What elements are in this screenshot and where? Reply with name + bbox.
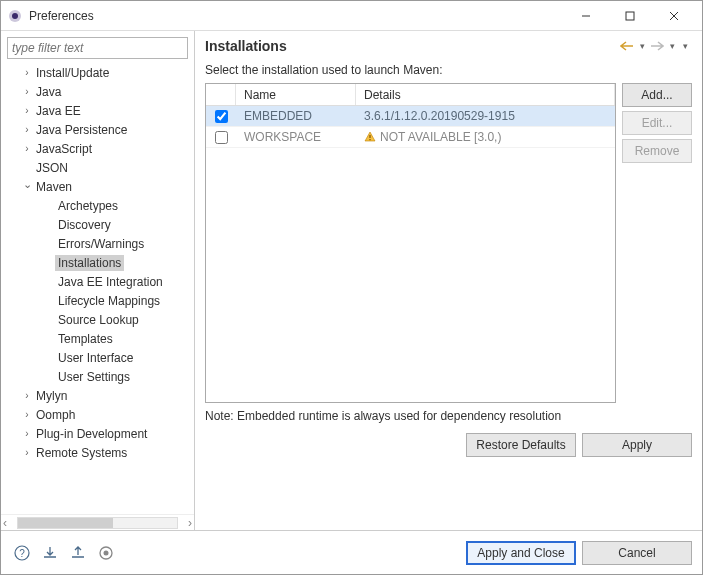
import-icon[interactable] [39,542,61,564]
svg-text:?: ? [19,548,25,559]
nav-forward-icon[interactable] [648,37,666,55]
row-checkbox-cell [206,110,236,123]
horizontal-scrollbar[interactable]: ‹ › [1,514,194,530]
tree-item-install-update[interactable]: ›Install/Update [1,63,194,82]
svg-rect-3 [626,12,634,20]
tree-item-source-lookup[interactable]: Source Lookup [1,310,194,329]
dialog-footer: ? Apply and Close Cancel [1,530,702,574]
dialog-body: ›Install/Update›Java›Java EE›Java Persis… [1,31,702,574]
column-name[interactable]: Name [236,84,356,105]
tree-pane: ›Install/Update›Java›Java EE›Java Persis… [1,31,195,530]
tree-item-label: Archetypes [55,198,121,214]
tree-item-lifecycle-mappings[interactable]: Lifecycle Mappings [1,291,194,310]
svg-rect-7 [369,139,370,140]
chevron-right-icon[interactable]: › [21,105,33,116]
scroll-left-icon[interactable]: ‹ [3,516,7,530]
scroll-right-icon[interactable]: › [188,516,192,530]
export-icon[interactable] [67,542,89,564]
edit-button[interactable]: Edit... [622,111,692,135]
tree-item-remote-systems[interactable]: ›Remote Systems [1,443,194,462]
row-details: 3.6.1/1.12.0.20190529-1915 [356,109,615,123]
chevron-down-icon[interactable]: ⌄ [21,178,33,191]
app-icon [7,8,23,24]
apply-button[interactable]: Apply [582,433,692,457]
maximize-button[interactable] [608,2,652,30]
chevron-right-icon[interactable]: › [21,143,33,154]
tree-item-java[interactable]: ›Java [1,82,194,101]
chevron-right-icon[interactable]: › [21,447,33,458]
nav-forward-dropdown-icon[interactable]: ▾ [667,37,677,55]
installations-table: Name Details EMBEDDED3.6.1/1.12.0.201905… [205,83,616,403]
tree-item-oomph[interactable]: ›Oomph [1,405,194,424]
chevron-right-icon[interactable]: › [21,390,33,401]
tree-item-label: JSON [33,160,71,176]
tree-item-archetypes[interactable]: Archetypes [1,196,194,215]
cancel-button[interactable]: Cancel [582,541,692,565]
tree-item-installations[interactable]: Installations [1,253,194,272]
tree-item-label: Templates [55,331,116,347]
row-name: EMBEDDED [236,109,356,123]
tree-item-mylyn[interactable]: ›Mylyn [1,386,194,405]
column-check [206,84,236,105]
table-row[interactable]: WORKSPACENOT AVAILABLE [3.0,) [206,127,615,148]
installations-row: Name Details EMBEDDED3.6.1/1.12.0.201905… [205,83,692,403]
page-menu-icon[interactable]: ▾ [678,37,692,55]
oomph-icon[interactable] [95,542,117,564]
row-checkbox[interactable] [215,110,228,123]
add-button[interactable]: Add... [622,83,692,107]
table-body: EMBEDDED3.6.1/1.12.0.20190529-1915WORKSP… [206,106,615,402]
svg-rect-6 [369,135,370,138]
column-details[interactable]: Details [356,84,615,105]
remove-button[interactable]: Remove [622,139,692,163]
tree-item-label: Discovery [55,217,114,233]
nav-back-icon[interactable] [618,37,636,55]
tree-item-plug-in-development[interactable]: ›Plug-in Development [1,424,194,443]
help-icon[interactable]: ? [11,542,33,564]
tree-item-templates[interactable]: Templates [1,329,194,348]
nav-back-dropdown-icon[interactable]: ▾ [637,37,647,55]
row-checkbox-cell [206,131,236,144]
preferences-tree: ›Install/Update›Java›Java EE›Java Persis… [1,63,194,468]
tree-item-user-settings[interactable]: User Settings [1,367,194,386]
tree-item-javascript[interactable]: ›JavaScript [1,139,194,158]
tree-item-java-ee[interactable]: ›Java EE [1,101,194,120]
content-pane: Installations ▾ ▾ ▾ Select the installat… [195,31,702,530]
chevron-right-icon[interactable]: › [21,124,33,135]
chevron-right-icon[interactable]: › [21,409,33,420]
tree-item-label: Remote Systems [33,445,130,461]
tree-item-maven[interactable]: ⌄Maven [1,177,194,196]
filter-input[interactable] [7,37,188,59]
row-checkbox[interactable] [215,131,228,144]
tree-item-user-interface[interactable]: User Interface [1,348,194,367]
window-title: Preferences [29,9,564,23]
tree-item-label: Lifecycle Mappings [55,293,163,309]
table-header: Name Details [206,84,615,106]
tree-item-json[interactable]: JSON [1,158,194,177]
tree-scroll[interactable]: ›Install/Update›Java›Java EE›Java Persis… [1,63,194,514]
chevron-right-icon[interactable]: › [21,67,33,78]
tree-item-java-ee-integration[interactable]: Java EE Integration [1,272,194,291]
close-button[interactable] [652,2,696,30]
restore-defaults-button[interactable]: Restore Defaults [466,433,576,457]
tree-item-label: User Settings [55,369,133,385]
split-pane: ›Install/Update›Java›Java EE›Java Persis… [1,31,702,530]
chevron-right-icon[interactable]: › [21,86,33,97]
tree-item-label: Java Persistence [33,122,130,138]
table-buttons: Add... Edit... Remove [622,83,692,403]
chevron-right-icon[interactable]: › [21,428,33,439]
preferences-window: Preferences ›Install/Update›Java›Java EE… [0,0,703,575]
tree-item-label: Oomph [33,407,78,423]
tree-item-label: Java [33,84,64,100]
tree-item-discovery[interactable]: Discovery [1,215,194,234]
apply-and-close-button[interactable]: Apply and Close [466,541,576,565]
tree-item-label: JavaScript [33,141,95,157]
tree-item-errors-warnings[interactable]: Errors/Warnings [1,234,194,253]
table-row[interactable]: EMBEDDED3.6.1/1.12.0.20190529-1915 [206,106,615,127]
minimize-button[interactable] [564,2,608,30]
tree-item-label: Java EE Integration [55,274,166,290]
tree-item-label: Plug-in Development [33,426,150,442]
tree-item-label: Install/Update [33,65,112,81]
page-title: Installations [205,38,617,54]
tree-item-java-persistence[interactable]: ›Java Persistence [1,120,194,139]
page-description: Select the installation used to launch M… [205,63,692,77]
